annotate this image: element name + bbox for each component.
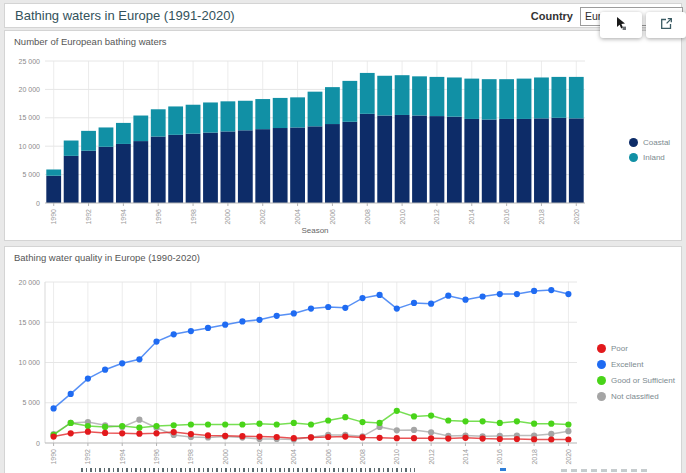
point-2020 <box>565 421 571 427</box>
clipped-footnote-text <box>81 468 415 472</box>
point-2001 <box>239 318 245 324</box>
bathing-water-quality-card: Bathing water quality in Europe (1990-20… <box>4 246 682 473</box>
legend-label: Not classified <box>611 392 659 401</box>
point-2019 <box>548 287 554 293</box>
coastal-color-dot <box>629 138 638 147</box>
legend-item-excellent[interactable]: Excellent <box>597 359 675 369</box>
bar-coastal-2004 <box>290 127 305 203</box>
point-1995 <box>136 431 142 437</box>
point-2007 <box>342 305 348 311</box>
bar-coastal-2014 <box>464 119 479 203</box>
svg-text:2008: 2008 <box>364 209 371 225</box>
point-2002 <box>256 421 262 427</box>
bar-coastal-2001 <box>238 130 253 203</box>
point-1995 <box>136 417 142 423</box>
point-2008 <box>359 419 365 425</box>
open-external-button[interactable] <box>646 12 686 38</box>
bar-inland-1995 <box>133 116 148 142</box>
svg-text:2014: 2014 <box>468 209 475 225</box>
legend-label: Poor <box>611 344 628 353</box>
point-1997 <box>171 429 177 435</box>
bar-inland-2010 <box>395 75 410 115</box>
point-1995 <box>136 356 142 362</box>
point-2017 <box>514 436 520 442</box>
point-2020 <box>565 291 571 297</box>
bar-inland-2013 <box>447 77 462 116</box>
point-1996 <box>153 430 159 436</box>
excellent-color-dot <box>597 360 606 369</box>
svg-text:2006: 2006 <box>325 449 332 465</box>
svg-text:2004: 2004 <box>290 449 297 465</box>
svg-text:2014: 2014 <box>462 449 469 465</box>
point-1991 <box>68 391 74 397</box>
line-chart-legend: Poor Excellent Good or Sufficient Not cl… <box>597 343 675 401</box>
stacked-bar-chart[interactable]: 05 00010 00015 00020 00025 0001990199219… <box>5 31 681 240</box>
svg-text:0: 0 <box>36 200 40 207</box>
point-2012 <box>428 429 434 435</box>
svg-text:2020: 2020 <box>573 209 580 225</box>
point-1998 <box>188 431 194 437</box>
point-2010 <box>394 427 400 433</box>
point-2016 <box>497 291 503 297</box>
bar-coastal-2009 <box>377 116 392 203</box>
bar-coastal-2015 <box>482 120 497 203</box>
bar-inland-2003 <box>273 98 288 128</box>
point-2014 <box>462 297 468 303</box>
svg-text:20 000: 20 000 <box>19 279 41 286</box>
bar-coastal-2007 <box>342 122 357 203</box>
point-2017 <box>514 418 520 424</box>
bar-coastal-1998 <box>186 134 201 203</box>
legend-item-good-or-sufficient[interactable]: Good or Sufficient <box>597 375 675 385</box>
legend-label: Good or Sufficient <box>611 376 675 385</box>
svg-text:15 000: 15 000 <box>19 319 41 326</box>
svg-text:1996: 1996 <box>153 449 160 465</box>
point-2009 <box>377 435 383 441</box>
bar-inland-2004 <box>290 97 305 127</box>
point-2015 <box>480 436 486 442</box>
bar-coastal-2006 <box>325 124 340 203</box>
point-2000 <box>222 322 228 328</box>
point-2007 <box>342 414 348 420</box>
clipped-footnote-link <box>500 468 506 471</box>
point-2000 <box>222 421 228 427</box>
svg-text:2010: 2010 <box>393 449 400 465</box>
point-2006 <box>325 434 331 440</box>
legend-item-inland[interactable]: Inland <box>629 152 670 162</box>
bar-inland-1994 <box>116 123 131 144</box>
bar-inland-1990 <box>46 169 61 175</box>
gridlines: 05 00010 00015 00020 000 <box>19 279 577 447</box>
point-1996 <box>153 423 159 429</box>
legend-item-poor[interactable]: Poor <box>597 343 675 353</box>
svg-text:2012: 2012 <box>428 449 435 465</box>
select-tool-button[interactable] <box>600 12 642 38</box>
point-1991 <box>68 420 74 426</box>
x-axis: 1990199219941996199820002002200420062008… <box>45 443 577 465</box>
bar-inland-2005 <box>308 92 323 127</box>
quality-line-chart[interactable]: 05 00010 00015 00020 0001990199219941996… <box>5 247 681 471</box>
svg-text:20 000: 20 000 <box>19 86 41 93</box>
svg-text:2018: 2018 <box>531 449 538 465</box>
svg-text:1992: 1992 <box>85 209 92 225</box>
point-2013 <box>445 436 451 442</box>
svg-text:1998: 1998 <box>187 449 194 465</box>
legend-item-coastal[interactable]: Coastal <box>629 137 670 147</box>
bar-inland-2007 <box>342 81 357 122</box>
bar-coastal-1990 <box>46 176 61 203</box>
svg-text:15 000: 15 000 <box>19 114 41 121</box>
bar-inland-1993 <box>99 127 114 146</box>
point-1993 <box>102 367 108 373</box>
point-2013 <box>445 417 451 423</box>
point-2016 <box>497 420 503 426</box>
legend-item-not-classified[interactable]: Not classified <box>597 391 675 401</box>
open-in-new-icon <box>660 16 673 34</box>
bar-coastal-1993 <box>99 147 114 203</box>
point-2017 <box>514 291 520 297</box>
point-2002 <box>256 434 262 440</box>
bar-inland-1992 <box>81 131 96 151</box>
point-2018 <box>531 436 537 442</box>
bar-coastal-1991 <box>64 156 79 203</box>
country-label: Country <box>531 4 573 28</box>
point-2015 <box>480 418 486 424</box>
point-2001 <box>239 421 245 427</box>
bar-coastal-2019 <box>551 118 566 203</box>
